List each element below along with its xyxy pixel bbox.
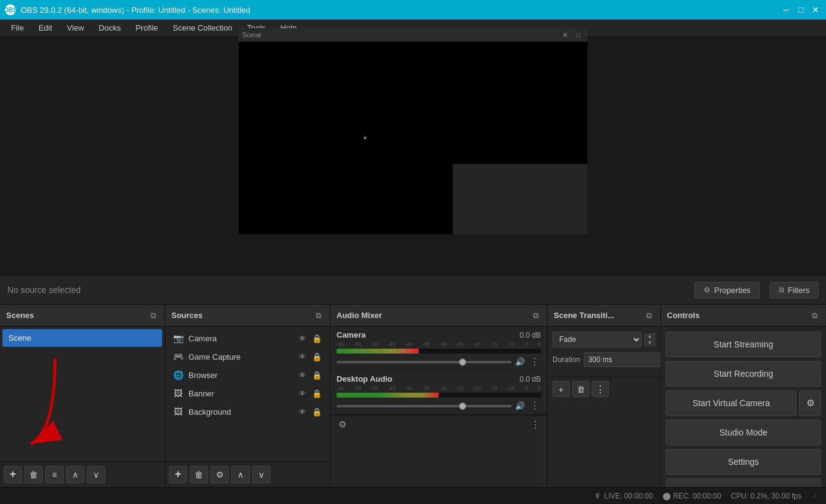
- filters-button[interactable]: ⧉ Filters: [770, 282, 819, 298]
- transitions-footer: + 🗑 ⋮: [548, 377, 660, 401]
- scenes-expand-button[interactable]: ⧉: [147, 310, 158, 321]
- background-visibility-button[interactable]: 👁: [297, 406, 308, 417]
- audio-meter-bar-camera: [337, 349, 419, 354]
- transition-select[interactable]: Fade Cut: [553, 332, 642, 347]
- preview-title: Scene: [242, 31, 261, 39]
- controls-expand-button[interactable]: ⧉: [809, 310, 820, 321]
- scenes-down-button[interactable]: ∨: [87, 466, 105, 483]
- menu-docks[interactable]: Docks: [92, 21, 127, 34]
- scene-item-scene[interactable]: Scene: [2, 329, 162, 347]
- audio-more-global-button[interactable]: ⋮: [530, 419, 541, 430]
- controls-title: Controls: [667, 311, 699, 320]
- virtual-camera-settings-button[interactable]: ⚙: [799, 390, 821, 416]
- transition-spin-down[interactable]: ▼: [644, 340, 655, 346]
- start-recording-button[interactable]: Start Recording: [666, 361, 821, 387]
- source-name-camera: Camera: [188, 334, 292, 343]
- sources-delete-button[interactable]: 🗑: [190, 466, 208, 483]
- menu-edit[interactable]: Edit: [32, 21, 58, 34]
- browser-lock-button[interactable]: 🔒: [311, 369, 322, 380]
- transitions-delete-button[interactable]: 🗑: [572, 381, 589, 397]
- audio-settings-button[interactable]: ⚙: [337, 419, 348, 430]
- start-streaming-button[interactable]: Start Streaming: [666, 332, 821, 357]
- sources-down-button[interactable]: ∨: [252, 466, 270, 483]
- source-item-game-capture[interactable]: 🎮 Game Capture 👁 🔒: [168, 347, 327, 366]
- transitions-content: Fade Cut ▲ ▼ Duration ▲ ▼: [548, 327, 660, 377]
- title-bar-left: OBS OBS 29.0.2 (64-bit, windows) - Profi…: [5, 4, 250, 15]
- source-item-banner[interactable]: 🖼 Banner 👁 🔒: [168, 384, 327, 402]
- camera-visibility-button[interactable]: 👁: [297, 333, 308, 344]
- sources-settings-button[interactable]: ⚙: [210, 466, 229, 483]
- camera-source-controls: 👁 🔒: [297, 333, 322, 344]
- source-item-camera[interactable]: 📷 Camera 👁 🔒: [168, 329, 327, 347]
- audio-controls-camera: 🔊 ⋮: [337, 356, 541, 368]
- close-button[interactable]: ✕: [810, 4, 821, 15]
- no-source-label: No source selected: [7, 285, 685, 295]
- cpu-text: CPU: 0.2%, 30.00 fps: [731, 492, 802, 500]
- sources-add-button[interactable]: +: [169, 466, 187, 483]
- sources-list: 📷 Camera 👁 🔒 🎮 Game Capture 👁 🔒: [165, 327, 330, 461]
- game-capture-lock-button[interactable]: 🔒: [311, 351, 322, 362]
- audio-controls-desktop: 🔊 ⋮: [337, 400, 541, 412]
- transitions-more-button[interactable]: ⋮: [592, 381, 609, 397]
- properties-label: Properties: [714, 286, 750, 295]
- transitions-expand-button[interactable]: ⧉: [643, 310, 654, 321]
- source-item-browser[interactable]: 🌐 Browser 👁 🔒: [168, 366, 327, 384]
- source-name-game-capture: Game Capture: [188, 352, 292, 361]
- menu-profile[interactable]: Profile: [129, 21, 164, 34]
- audio-slider-desktop[interactable]: [337, 405, 512, 407]
- scenes-title: Scenes: [6, 311, 34, 320]
- app-icon-text: OBS: [4, 7, 17, 13]
- start-virtual-camera-button[interactable]: Start Virtual Camera: [666, 390, 797, 416]
- menu-scene-collection[interactable]: Scene Collection: [166, 21, 239, 34]
- minimize-button[interactable]: ─: [781, 4, 792, 15]
- audio-mixer-title: Audio Mixer: [337, 311, 382, 320]
- audio-more-button-camera[interactable]: ⋮: [529, 356, 541, 368]
- filters-icon: ⧉: [779, 286, 784, 294]
- transition-select-row: Fade Cut ▲ ▼: [553, 332, 655, 347]
- preview-close-button[interactable]: ✕: [559, 29, 570, 40]
- source-name-browser: Browser: [188, 371, 292, 380]
- scenes-up-button[interactable]: ∧: [66, 466, 84, 483]
- transition-spin-up[interactable]: ▲: [644, 333, 655, 339]
- controls-content: Start Streaming Start Recording Start Vi…: [661, 327, 826, 504]
- audio-volume-icon-camera[interactable]: 🔊: [515, 357, 525, 366]
- sources-up-button[interactable]: ∧: [231, 466, 250, 483]
- banner-visibility-button[interactable]: 👁: [297, 388, 308, 399]
- audio-channel-camera-db: 0.0 dB: [519, 331, 541, 339]
- preview-max-button[interactable]: □: [573, 29, 584, 40]
- menu-view[interactable]: View: [61, 21, 90, 34]
- scenes-filter-button[interactable]: ≡: [45, 466, 64, 483]
- audio-channel-desktop-db: 0.0 dB: [519, 375, 541, 384]
- audio-channel-camera-name: Camera: [337, 330, 366, 339]
- browser-source-icon: 🌐: [173, 370, 184, 380]
- window-controls: ─ □ ✕: [781, 4, 821, 15]
- preview-title-bar: Scene ✕ □: [239, 28, 587, 42]
- scenes-add-button[interactable]: +: [4, 466, 22, 483]
- main-container: Scene ✕ □ ▸ No source selected ⚙ Propert…: [0, 37, 826, 504]
- properties-button[interactable]: ⚙ Properties: [694, 282, 759, 298]
- banner-lock-button[interactable]: 🔒: [311, 388, 322, 399]
- browser-visibility-button[interactable]: 👁: [297, 369, 308, 380]
- sources-expand-button[interactable]: ⧉: [313, 310, 324, 321]
- camera-lock-button[interactable]: 🔒: [311, 333, 322, 344]
- studio-mode-button[interactable]: Studio Mode: [666, 420, 821, 445]
- maximize-button[interactable]: □: [795, 4, 806, 15]
- sources-header-icons: ⧉: [313, 310, 324, 321]
- game-capture-visibility-button[interactable]: 👁: [297, 351, 308, 362]
- menu-file[interactable]: File: [5, 21, 30, 34]
- background-lock-button[interactable]: 🔒: [311, 406, 322, 417]
- title-text: OBS 29.0.2 (64-bit, windows) - Profile: …: [21, 6, 250, 15]
- source-item-background[interactable]: 🖼 Background 👁 🔒: [168, 402, 327, 421]
- audio-more-button-desktop[interactable]: ⋮: [529, 400, 541, 412]
- audio-volume-icon-desktop[interactable]: 🔊: [515, 401, 525, 410]
- audio-mixer-expand-button[interactable]: ⧉: [530, 310, 541, 321]
- settings-button[interactable]: Settings: [666, 449, 821, 475]
- audio-slider-camera[interactable]: [337, 361, 512, 363]
- browser-source-controls: 👁 🔒: [297, 369, 322, 380]
- controls-header-icons: ⧉: [809, 310, 820, 321]
- resize-handle[interactable]: ⊿: [811, 492, 819, 500]
- scenes-delete-button[interactable]: 🗑: [24, 466, 43, 483]
- transitions-add-button[interactable]: +: [553, 381, 570, 397]
- title-bar: OBS OBS 29.0.2 (64-bit, windows) - Profi…: [0, 0, 826, 20]
- duration-label: Duration: [553, 355, 580, 364]
